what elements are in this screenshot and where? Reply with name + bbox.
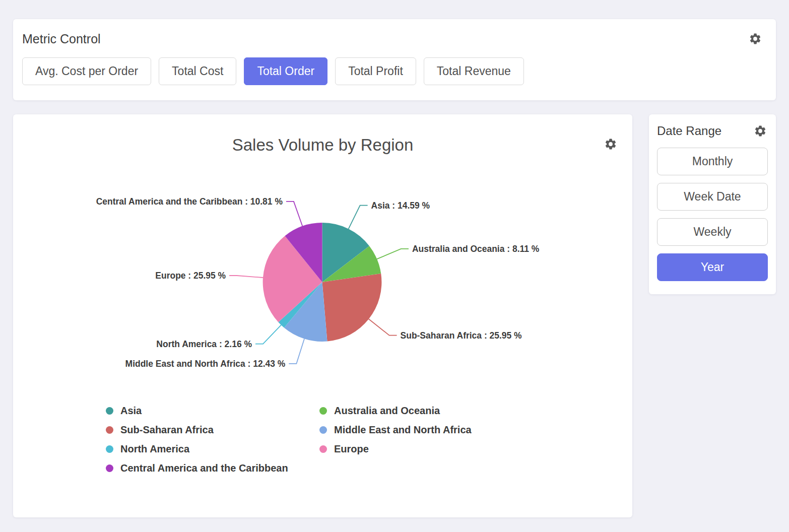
legend-label: North America xyxy=(120,443,189,455)
legend-dot-icon xyxy=(319,445,327,453)
pie-slice-sub-saharan-africa[interactable] xyxy=(322,274,382,341)
pie-label-line xyxy=(286,202,302,226)
legend-column: AsiaSub-Saharan AfricaNorth AmericaCentr… xyxy=(106,405,319,481)
date-button-weekly[interactable]: Weekly xyxy=(657,218,768,246)
date-range-header: Date Range xyxy=(657,123,768,139)
pie-slice-label: Australia and Oceania : 8.11 % xyxy=(412,244,540,254)
legend-label: Sub-Saharan Africa xyxy=(120,424,214,436)
date-range-title: Date Range xyxy=(657,124,721,138)
legend-item-sub-saharan-africa[interactable]: Sub-Saharan Africa xyxy=(106,424,319,436)
legend-dot-icon xyxy=(319,407,327,415)
dashboard-page: Metric Control Avg. Cost per OrderTotal … xyxy=(0,0,789,532)
metric-control-header: Metric Control xyxy=(22,31,763,46)
gear-icon xyxy=(749,32,762,45)
metric-control-title: Metric Control xyxy=(22,32,101,46)
date-range-button-group: MonthlyWeek DateWeeklyYear xyxy=(657,148,768,281)
metric-button-total-order[interactable]: Total Order xyxy=(244,57,327,85)
chart-title: Sales Volume by Region xyxy=(13,114,632,155)
legend-label: Asia xyxy=(120,405,142,417)
date-button-year[interactable]: Year xyxy=(657,253,768,281)
legend-label: Middle East and North Africa xyxy=(334,424,472,436)
metric-button-total-cost[interactable]: Total Cost xyxy=(159,57,236,85)
pie-label-line xyxy=(349,206,368,229)
chart-settings-button[interactable] xyxy=(603,137,618,152)
legend-label: Europe xyxy=(334,443,369,455)
legend-dot-icon xyxy=(106,445,113,453)
legend-dot-icon xyxy=(106,426,113,434)
legend-item-asia[interactable]: Asia xyxy=(106,405,319,417)
content-row: Sales Volume by Region Asia : 14.59 %Aus… xyxy=(13,114,776,517)
legend-item-north-america[interactable]: North America xyxy=(106,443,319,455)
legend-label: Central America and the Caribbean xyxy=(120,462,288,474)
pie-label-line xyxy=(255,325,281,344)
pie-label-line xyxy=(369,319,397,335)
legend-item-australia-and-oceania[interactable]: Australia and Oceania xyxy=(319,405,533,417)
chart-legend: AsiaSub-Saharan AfricaNorth AmericaCentr… xyxy=(13,405,632,481)
pie-slice-label: North America : 2.16 % xyxy=(156,339,252,349)
legend-item-central-america-and-the-caribbean[interactable]: Central America and the Caribbean xyxy=(106,462,319,474)
pie-slice-label: Sub-Saharan Africa : 25.95 % xyxy=(401,330,522,341)
pie-slice-label: Central America and the Caribbean : 10.8… xyxy=(96,196,283,207)
pie-slice-label: Asia : 14.59 % xyxy=(371,201,430,211)
legend-dot-icon xyxy=(106,407,113,415)
chart-panel: Sales Volume by Region Asia : 14.59 %Aus… xyxy=(13,114,632,517)
metric-button-total-revenue[interactable]: Total Revenue xyxy=(424,57,524,85)
metric-button-avg-cost-per-order[interactable]: Avg. Cost per Order xyxy=(22,57,151,85)
metric-button-group: Avg. Cost per OrderTotal CostTotal Order… xyxy=(22,57,763,85)
legend-dot-icon xyxy=(319,426,327,434)
legend-item-europe[interactable]: Europe xyxy=(319,443,533,455)
pie-slice-label: Middle East and North Africa : 12.43 % xyxy=(125,359,286,369)
pie-chart: Asia : 14.59 %Australia and Oceania : 8.… xyxy=(13,168,632,405)
gear-icon xyxy=(604,138,617,151)
metric-control-panel: Metric Control Avg. Cost per OrderTotal … xyxy=(13,19,776,100)
gear-icon xyxy=(754,124,767,138)
metric-control-settings-button[interactable] xyxy=(748,31,763,46)
metric-button-total-profit[interactable]: Total Profit xyxy=(335,57,416,85)
date-button-week-date[interactable]: Week Date xyxy=(657,183,768,211)
pie-label-line xyxy=(377,249,409,259)
date-button-monthly[interactable]: Monthly xyxy=(657,148,768,175)
pie-slice-label: Europe : 25.95 % xyxy=(155,271,226,281)
legend-column: Australia and OceaniaMiddle East and Nor… xyxy=(319,405,533,481)
legend-item-middle-east-and-north-africa[interactable]: Middle East and North Africa xyxy=(319,424,533,436)
date-range-panel: Date Range MonthlyWeek DateWeeklyYear xyxy=(649,114,776,294)
pie-label-line xyxy=(229,276,263,278)
legend-label: Australia and Oceania xyxy=(334,405,440,417)
legend-dot-icon xyxy=(106,464,113,472)
date-range-settings-button[interactable] xyxy=(753,123,768,139)
pie-label-line xyxy=(289,339,304,364)
